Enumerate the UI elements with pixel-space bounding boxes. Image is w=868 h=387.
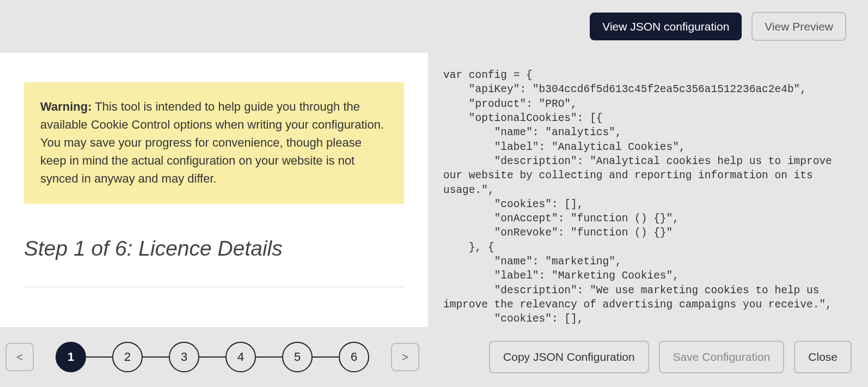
step-circle-5[interactable]: 5 [282,342,313,372]
main-split: Warning: This tool is intended to help g… [0,53,868,327]
step-title: Step 1 of 6: Licence Details [24,237,404,261]
warning-box: Warning: This tool is intended to help g… [24,82,404,204]
close-button[interactable]: Close [794,341,852,373]
save-config-button[interactable]: Save Configuration [659,341,785,373]
json-code: var config = { "apiKey": "b304ccd6f5d613… [443,68,857,327]
step-circle-6[interactable]: 6 [339,342,369,372]
step-circle-1[interactable]: 1 [56,342,86,372]
step-connector [199,356,225,358]
step-circle-3[interactable]: 3 [169,342,199,372]
view-preview-button[interactable]: View Preview [751,12,846,41]
step-connector [256,356,282,358]
footer-actions: Copy JSON Configuration Save Configurati… [489,341,852,373]
step-connector [86,356,112,358]
copy-json-button[interactable]: Copy JSON Configuration [489,341,649,373]
prev-step-button[interactable]: < [5,343,34,371]
divider [24,287,404,287]
left-pane[interactable]: Warning: This tool is intended to help g… [0,53,428,327]
warning-text: This tool is intended to help guide you … [40,100,384,185]
right-pane[interactable]: var config = { "apiKey": "b304ccd6f5d613… [428,53,868,327]
warning-prefix: Warning: [40,100,92,113]
next-step-button[interactable]: > [391,343,419,371]
step-connector [313,356,339,358]
step-nav: < 1 2 3 4 5 6 > [5,342,419,372]
footer: < 1 2 3 4 5 6 > Copy JSON Configuration … [0,327,868,387]
step-connector [143,356,169,358]
view-json-button[interactable]: View JSON configuration [590,13,742,40]
header-toolbar: View JSON configuration View Preview [0,0,868,53]
step-circles: 1 2 3 4 5 6 [56,342,369,372]
step-circle-2[interactable]: 2 [112,342,143,372]
step-circle-4[interactable]: 4 [225,342,256,372]
